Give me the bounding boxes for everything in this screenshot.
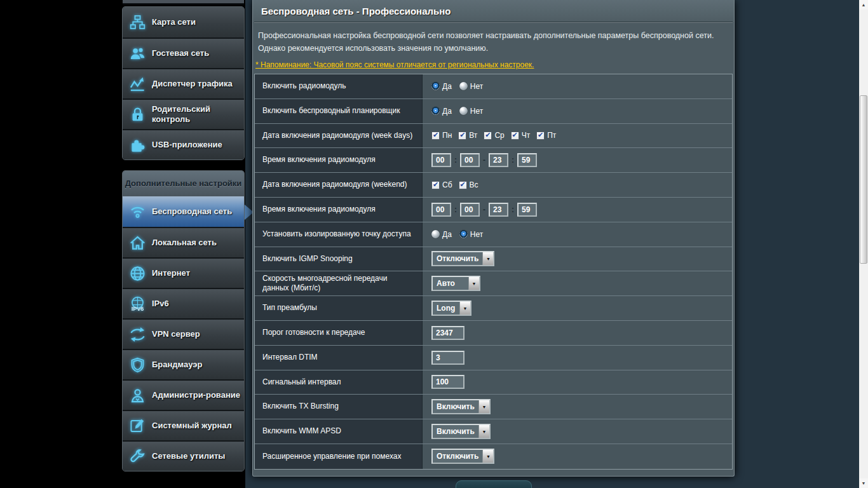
sidebar-item-usb-application[interactable]: USB-приложение (123, 129, 244, 159)
interference-management-select[interactable]: Отключить (431, 449, 494, 464)
timezone-reminder-link[interactable]: * Напоминание: Часовой пояс системы отли… (255, 60, 534, 69)
setting-label: Дата включения радиомодуля (weekend) (255, 173, 423, 197)
table-row: Включить радиомодуль Да Нет (255, 74, 732, 99)
setting-label: Расширенное управление при помехах (255, 444, 423, 469)
beacon-interval-input[interactable]: 100 (431, 375, 465, 389)
sidebar-partial-item (123, 0, 244, 4)
weekend-start-hour-input[interactable]: 00 (431, 203, 451, 217)
sidebar-item-vpn[interactable]: VPN сервер (123, 318, 244, 349)
sidebar-item-lan[interactable]: Локальная сеть (123, 227, 244, 257)
sidebar-item-administration[interactable]: Администри-рование (123, 379, 244, 410)
setting-label: Сигнальный интервал (255, 370, 423, 395)
multicast-rate-select[interactable]: Авто (431, 276, 480, 291)
sidebar-advanced-group: Дополнительные настройки Беспроводная се… (122, 170, 245, 471)
scroll-up-arrow[interactable] (859, 0, 868, 10)
setting-label: Включить IGMP Snooping (255, 247, 423, 271)
sidebar-item-label: Локальная сеть (152, 238, 220, 248)
checkbox-friday[interactable] (536, 132, 545, 140)
setting-label: Включить WMM APSD (255, 419, 423, 444)
setting-label: Установить изолированную точку доступа (255, 222, 423, 247)
radio-option-yes[interactable] (431, 107, 440, 115)
sidebar-item-label: Беспроводная сеть (152, 207, 236, 217)
sidebar-item-guest-network[interactable]: Гостевая сеть (123, 37, 244, 68)
admin-user-icon (123, 387, 152, 404)
traffic-monitor-icon (123, 76, 152, 93)
sidebar-item-label: USB-приложение (152, 140, 226, 150)
sidebar-item-parental-control[interactable]: Родительский контроль (123, 98, 244, 129)
table-row: Включить TX Bursting Включить (255, 395, 732, 419)
sidebar-item-network-map[interactable]: Карта сети (123, 7, 244, 37)
radio-option-yes[interactable] (431, 230, 440, 238)
table-row: Интервал DTIM 3 (255, 346, 732, 370)
scrollbar-thumb[interactable] (860, 95, 867, 264)
sidebar-item-label: Карта сети (152, 17, 200, 27)
dropdown-arrow-icon (468, 277, 479, 290)
setting-label: Время включения радиомодуля (255, 198, 423, 222)
preamble-type-select[interactable]: Long (431, 301, 471, 316)
sidebar-item-label: Диспетчер трафика (152, 79, 236, 89)
scroll-down-arrow[interactable] (859, 478, 868, 488)
radio-option-no[interactable] (459, 230, 468, 238)
setting-label: Включить беспроводный планировщик (255, 99, 423, 123)
sidebar-item-network-tools[interactable]: Сетевые утилиты (123, 440, 244, 471)
wmm-apsd-select[interactable]: Включить (431, 424, 491, 439)
table-row: Время включения радиомодуля 00 : 00 - 23… (255, 148, 732, 173)
radio-option-no[interactable] (459, 107, 468, 115)
sidebar-item-ipv6[interactable]: IPv6 IPv6 (123, 288, 244, 318)
weekday-start-hour-input[interactable]: 00 (431, 153, 451, 167)
sidebar-item-system-log[interactable]: Системный журнал (123, 410, 244, 440)
parental-control-lock-icon (123, 106, 152, 123)
vpn-arrows-icon (123, 326, 152, 343)
radio-option-yes[interactable] (431, 82, 440, 90)
table-row: Установить изолированную точку доступа Д… (255, 222, 732, 247)
vertical-scrollbar[interactable] (859, 0, 868, 488)
apply-button-partial[interactable] (456, 480, 532, 488)
weekend-end-minute-input[interactable]: 59 (517, 203, 537, 217)
table-row: Скорость многоадресной передачи данных (… (255, 271, 732, 296)
igmp-snooping-select[interactable]: Отключить (431, 251, 494, 266)
table-row: Расширенное управление при помехах Отклю… (255, 444, 732, 469)
dropdown-arrow-icon (482, 252, 493, 265)
system-log-icon (123, 417, 152, 435)
rts-threshold-input[interactable]: 2347 (431, 326, 465, 340)
setting-label: Дата включения радиомодуля (week days) (255, 124, 423, 148)
table-row: Время включения радиомодуля 00 : 00 - 23… (255, 198, 732, 222)
page-title: Беспроводная сеть - Профессионально (253, 0, 734, 22)
sidebar-item-label: Сетевые утилиты (152, 451, 229, 461)
setting-label: Включить TX Bursting (255, 395, 423, 419)
sidebar-item-label: Интернет (152, 268, 194, 278)
setting-label: Включить радиомодуль (255, 74, 423, 98)
dtim-interval-input[interactable]: 3 (431, 351, 465, 365)
sidebar-item-traffic-manager[interactable]: Диспетчер трафика (123, 68, 244, 98)
sidebar-item-wireless[interactable]: Беспроводная сеть (123, 196, 244, 227)
checkbox-monday[interactable] (431, 132, 440, 140)
weekday-start-minute-input[interactable]: 00 (460, 153, 480, 167)
tx-bursting-select[interactable]: Включить (431, 399, 491, 414)
checkbox-sunday[interactable] (459, 181, 467, 189)
sidebar-item-label: VPN сервер (152, 329, 204, 339)
sidebar-item-firewall[interactable]: Брандмауэр (123, 349, 244, 379)
weekday-end-minute-input[interactable]: 59 (517, 153, 537, 167)
checkbox-thursday[interactable] (511, 132, 519, 140)
checkbox-saturday[interactable] (431, 181, 440, 189)
svg-text:IPv6: IPv6 (131, 305, 144, 312)
setting-label: Скорость многоадресной передачи данных (… (255, 271, 423, 295)
lan-home-icon (123, 234, 152, 252)
settings-table: Включить радиомодуль Да Нет Включить бес… (254, 74, 733, 470)
sidebar-item-wan[interactable]: Интернет (123, 257, 244, 288)
checkbox-tuesday[interactable] (458, 132, 466, 140)
table-row: Включить беспроводный планировщик Да Нет (255, 99, 732, 124)
radio-option-no[interactable] (459, 82, 468, 90)
table-row: Дата включения радиомодуля (weekend) Сб … (255, 173, 732, 198)
weekday-end-hour-input[interactable]: 23 (489, 153, 508, 167)
weekend-end-hour-input[interactable]: 23 (489, 203, 508, 217)
sidebar-general-group: Карта сети Гостевая сеть Диспетчер трафи… (122, 6, 245, 160)
setting-label: Порог готовности к передаче (255, 321, 423, 345)
network-tools-wrench-icon (123, 448, 152, 465)
internet-globe-icon (123, 265, 152, 282)
weekend-start-minute-input[interactable]: 00 (460, 203, 480, 217)
dropdown-arrow-icon (478, 425, 489, 438)
checkbox-wednesday[interactable] (484, 132, 492, 140)
sidebar-item-label: Системный журнал (152, 421, 236, 431)
table-row: Дата включения радиомодуля (week days) П… (255, 124, 732, 149)
